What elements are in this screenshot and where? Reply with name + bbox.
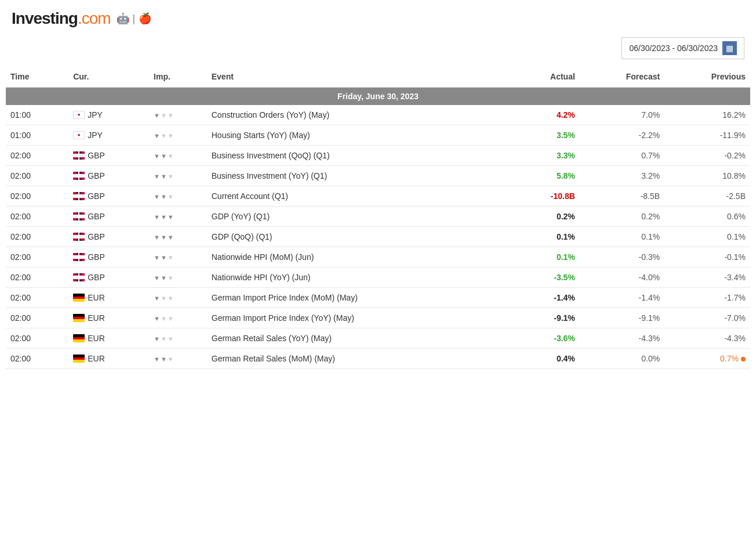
bull-filled: ▼	[154, 335, 160, 342]
cell-currency: JPY	[68, 105, 149, 125]
actual-value: 4.2%	[557, 110, 575, 120]
previous-value: 0.6%	[727, 212, 746, 221]
actual-value: 0.1%	[557, 232, 575, 241]
separator: |	[133, 13, 136, 25]
cell-actual: 0.1%	[513, 227, 580, 247]
site-header: Investing.com 🤖 | 🍎	[0, 0, 756, 32]
cell-actual: -1.4%	[513, 288, 580, 308]
calendar-icon[interactable]: ▦	[722, 41, 737, 55]
cell-time: 02:00	[6, 288, 68, 308]
cell-previous: -3.4%	[664, 267, 750, 288]
cell-time: 02:00	[6, 247, 68, 267]
cell-time: 02:00	[6, 328, 68, 349]
cell-forecast: -2.2%	[580, 125, 664, 146]
cell-previous: 10.8%	[664, 166, 750, 186]
cell-actual: -3.6%	[513, 328, 580, 349]
cell-currency: EUR	[68, 349, 149, 369]
table-row[interactable]: 02:00GBP▼▼▼GDP (YoY) (Q1)0.2%0.2%0.6%	[6, 207, 750, 227]
table-row[interactable]: 02:00GBP▼▼▼GDP (QoQ) (Q1)0.1%0.1%0.1%	[6, 227, 750, 247]
bull-filled: ▼	[161, 193, 167, 200]
cell-forecast: 3.2%	[580, 166, 664, 186]
importance-indicator: ▼▼▼	[154, 112, 174, 119]
actual-value: 5.8%	[557, 171, 575, 180]
cell-event[interactable]: German Import Price Index (YoY) (May)	[207, 308, 513, 328]
cell-event[interactable]: Current Account (Q1)	[207, 186, 513, 207]
cell-event[interactable]: German Import Price Index (MoM) (May)	[207, 288, 513, 308]
cell-event[interactable]: Nationwide HPI (YoY) (Jun)	[207, 267, 513, 288]
cell-event[interactable]: Nationwide HPI (MoM) (Jun)	[207, 247, 513, 267]
revision-dot	[741, 357, 746, 361]
cell-actual: 3.5%	[513, 125, 580, 146]
bull-empty: ▼	[161, 112, 167, 119]
cell-event[interactable]: German Retail Sales (MoM) (May)	[207, 349, 513, 369]
actual-value: 0.2%	[557, 212, 575, 221]
android-icon: 🤖	[117, 12, 129, 25]
cell-event[interactable]: GDP (QoQ) (Q1)	[207, 227, 513, 247]
currency-code: EUR	[88, 313, 105, 323]
flag-gb	[73, 273, 85, 281]
importance-indicator: ▼▼▼	[154, 295, 174, 302]
col-header-cur: Cur.	[68, 66, 149, 88]
table-row[interactable]: 02:00GBP▼▼▼Nationwide HPI (YoY) (Jun)-3.…	[6, 267, 750, 288]
currency-code: EUR	[88, 293, 105, 302]
bull-filled: ▼	[154, 254, 160, 261]
importance-indicator: ▼▼▼	[154, 315, 174, 322]
bull-empty: ▼	[168, 254, 174, 261]
cell-time: 02:00	[6, 166, 68, 186]
cell-actual: 0.2%	[513, 207, 580, 227]
table-row[interactable]: 01:00JPY▼▼▼Housing Starts (YoY) (May)3.5…	[6, 125, 750, 146]
table-row[interactable]: 02:00EUR▼▼▼German Retail Sales (YoY) (Ma…	[6, 328, 750, 349]
cell-event[interactable]: German Retail Sales (YoY) (May)	[207, 328, 513, 349]
bull-empty: ▼	[161, 335, 167, 342]
cell-importance: ▼▼▼	[149, 328, 207, 349]
cell-previous: -2.5B	[664, 186, 750, 207]
flag-de	[73, 355, 85, 363]
cell-event[interactable]: Business Investment (YoY) (Q1)	[207, 166, 513, 186]
previous-value: -11.9%	[720, 131, 746, 140]
previous-value: -7.0%	[724, 313, 746, 323]
table-row[interactable]: 01:00JPY▼▼▼Construction Orders (YoY) (Ma…	[6, 105, 750, 125]
table-row[interactable]: 02:00EUR▼▼▼German Retail Sales (MoM) (Ma…	[6, 349, 750, 369]
importance-indicator: ▼▼▼	[154, 214, 174, 220]
cell-previous: -11.9%	[664, 125, 750, 146]
cell-forecast: 0.7%	[580, 146, 664, 166]
col-header-time: Time	[6, 66, 68, 88]
col-header-forecast: Forecast	[580, 66, 664, 88]
cell-importance: ▼▼▼	[149, 267, 207, 288]
cell-currency: JPY	[68, 125, 149, 146]
cell-event[interactable]: Construction Orders (YoY) (May)	[207, 105, 513, 125]
date-range-box[interactable]: 06/30/2023 - 06/30/2023 ▦	[621, 37, 744, 59]
previous-value: 16.2%	[722, 110, 746, 120]
table-row[interactable]: 02:00EUR▼▼▼German Import Price Index (Yo…	[6, 308, 750, 328]
cell-forecast: -8.5B	[580, 186, 664, 207]
importance-indicator: ▼▼▼	[154, 254, 174, 261]
cell-forecast: -1.4%	[580, 288, 664, 308]
importance-indicator: ▼▼▼	[154, 132, 174, 139]
cell-previous: 16.2%	[664, 105, 750, 125]
importance-indicator: ▼▼▼	[154, 335, 174, 342]
cell-event[interactable]: GDP (YoY) (Q1)	[207, 207, 513, 227]
table-row[interactable]: 02:00GBP▼▼▼Nationwide HPI (MoM) (Jun)0.1…	[6, 247, 750, 267]
section-date: Friday, June 30, 2023	[6, 88, 750, 106]
cell-actual: -10.8B	[513, 186, 580, 207]
section-date-row: Friday, June 30, 2023	[6, 88, 750, 106]
col-header-event: Event	[207, 66, 513, 88]
currency-code: GBP	[88, 171, 105, 180]
currency-code: GBP	[88, 151, 105, 160]
cell-event[interactable]: Housing Starts (YoY) (May)	[207, 125, 513, 146]
table-row[interactable]: 02:00GBP▼▼▼Business Investment (QoQ) (Q1…	[6, 146, 750, 166]
flag-gb	[73, 253, 85, 261]
table-row[interactable]: 02:00GBP▼▼▼Business Investment (YoY) (Q1…	[6, 166, 750, 186]
bull-filled: ▼	[154, 274, 160, 281]
table-row[interactable]: 02:00GBP▼▼▼Current Account (Q1)-10.8B-8.…	[6, 186, 750, 207]
importance-indicator: ▼▼▼	[154, 356, 174, 363]
table-row[interactable]: 02:00EUR▼▼▼German Import Price Index (Mo…	[6, 288, 750, 308]
cell-previous: -0.1%	[664, 247, 750, 267]
flag-de	[73, 314, 85, 322]
flag-gb	[73, 172, 85, 180]
cell-currency: EUR	[68, 288, 149, 308]
cell-forecast: 7.0%	[580, 105, 664, 125]
cell-event[interactable]: Business Investment (QoQ) (Q1)	[207, 146, 513, 166]
bull-filled: ▼	[154, 234, 160, 241]
previous-value: 10.8%	[722, 171, 746, 180]
